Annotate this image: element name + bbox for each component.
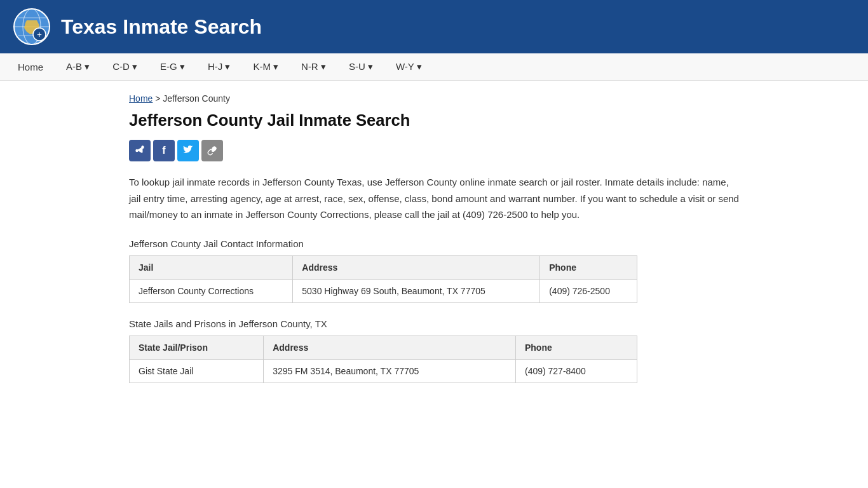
nav-item-wy[interactable]: W-Y ▾ [384,53,433,80]
description-text: To lookup jail inmate records in Jeffers… [129,174,739,223]
nav-item-su[interactable]: S-U ▾ [337,53,384,80]
state-jail-table: State Jail/Prison Address Phone Gist Sta… [129,336,637,383]
site-title: Texas Inmate Search [61,15,262,39]
breadcrumb-current: Jefferson County [163,93,230,104]
nav-link-ab[interactable]: A-B ▾ [55,53,101,80]
facebook-button[interactable]: f [153,140,175,161]
nav-link-hj[interactable]: H-J ▾ [196,53,242,80]
breadcrumb: Home > Jefferson County [129,93,739,104]
site-logo: + [13,8,51,46]
breadcrumb-home-link[interactable]: Home [129,93,153,104]
jail-contact-table: Jail Address Phone Jefferson County Corr… [129,255,637,303]
jail-address-cell: 5030 Highway 69 South, Beaumont, TX 7770… [293,279,540,302]
main-nav: Home A-B ▾ C-D ▾ E-G ▾ H-J ▾ K-M ▾ N-R ▾… [0,53,868,81]
jail-section-label: Jefferson County Jail Contact Informatio… [129,238,739,249]
jail-table-header-row: Jail Address Phone [130,255,637,279]
nav-item-eg[interactable]: E-G ▾ [149,53,196,80]
nav-link-home[interactable]: Home [6,54,55,80]
nav-item-nr[interactable]: N-R ▾ [290,53,337,80]
nav-item-km[interactable]: K-M ▾ [241,53,290,80]
twitter-button[interactable] [177,140,199,161]
social-share-bar: f [129,140,739,161]
copy-link-button[interactable] [201,140,223,161]
table-row: Gist State Jail 3295 FM 3514, Beaumont, … [130,359,637,383]
nav-link-km[interactable]: K-M ▾ [241,53,290,80]
jail-phone-cell: (409) 726-2500 [540,279,637,302]
nav-link-cd[interactable]: C-D ▾ [101,53,149,80]
nav-item-home[interactable]: Home [6,54,55,80]
svg-text:+: + [37,30,42,39]
nav-item-ab[interactable]: A-B ▾ [55,53,101,80]
page-title: Jefferson County Jail Inmate Search [129,111,739,130]
breadcrumb-separator: > [155,93,163,104]
jail-col-jail: Jail [130,255,293,279]
state-section-label: State Jails and Prisons in Jefferson Cou… [129,318,739,329]
main-content: Home > Jefferson County Jefferson County… [116,81,752,411]
state-table-header-row: State Jail/Prison Address Phone [130,336,637,359]
state-jail-address-cell: 3295 FM 3514, Beaumont, TX 77705 [264,359,516,383]
state-col-jail: State Jail/Prison [130,336,264,359]
nav-link-nr[interactable]: N-R ▾ [290,53,337,80]
jail-name-cell: Jefferson County Corrections [130,279,293,302]
facebook-icon: f [162,145,165,156]
nav-item-hj[interactable]: H-J ▾ [196,53,242,80]
header: + Texas Inmate Search [0,0,868,53]
state-jail-name-cell: Gist State Jail [130,359,264,383]
share-button[interactable] [129,140,151,161]
state-col-phone: Phone [515,336,637,359]
jail-col-phone: Phone [540,255,637,279]
nav-link-su[interactable]: S-U ▾ [337,53,384,80]
table-row: Jefferson County Corrections 5030 Highwa… [130,279,637,302]
nav-link-wy[interactable]: W-Y ▾ [384,53,433,80]
state-jail-phone-cell: (409) 727-8400 [515,359,637,383]
nav-item-cd[interactable]: C-D ▾ [101,53,149,80]
state-col-address: Address [264,336,516,359]
jail-col-address: Address [293,255,540,279]
nav-link-eg[interactable]: E-G ▾ [149,53,196,80]
